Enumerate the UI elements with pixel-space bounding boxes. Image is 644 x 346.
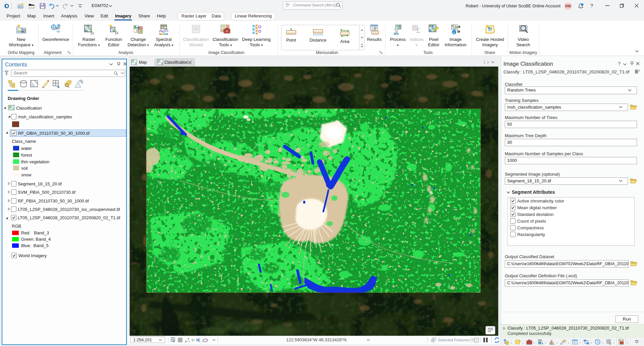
svg-text:i: i: [453, 31, 454, 35]
svg-text:fx: fx: [115, 30, 119, 35]
svg-text:3: 3: [638, 69, 640, 72]
svg-text:fx: fx: [91, 31, 94, 35]
svg-text:Σ: Σ: [416, 27, 420, 34]
svg-text:i: i: [539, 342, 540, 345]
svg-text:N: N: [196, 338, 199, 342]
svg-text:fx: fx: [609, 342, 611, 345]
